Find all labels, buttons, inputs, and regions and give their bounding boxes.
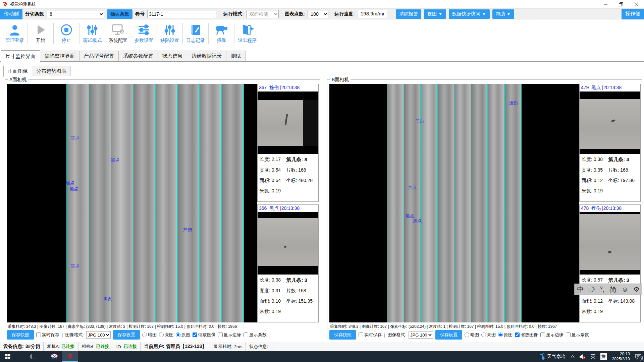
- defect-stat: 面积: 0.64: [260, 178, 286, 184]
- image-mode-radio-亮图[interactable]: 亮图: [159, 332, 173, 338]
- radio-input[interactable]: [465, 333, 469, 337]
- realtime-save-option[interactable]: 实时保存: [36, 332, 59, 338]
- checkbox-input[interactable]: [566, 333, 571, 337]
- ime-mode-indicator[interactable]: 拼: [598, 351, 609, 362]
- close-button[interactable]: [629, 0, 644, 8]
- defect-card[interactable]: 367 挫伤 |20:13:38长度: 2.17第几条: 8宽度: 0.54片数…: [257, 84, 319, 202]
- checkbox-input[interactable]: [540, 333, 545, 337]
- image-mode-radio-亮图[interactable]: 亮图: [481, 332, 496, 338]
- realtime-save-option[interactable]: 实时保存: [359, 332, 382, 338]
- restore-button[interactable]: [613, 0, 629, 8]
- toolbar-button-defect-sliders[interactable]: 缺陷设置: [157, 23, 182, 44]
- drive-side-button[interactable]: 传动侧: [0, 9, 22, 19]
- subtab-1[interactable]: 分布趋势图表: [32, 66, 71, 77]
- radio-input[interactable]: [176, 333, 180, 337]
- hidden-icons-chevron[interactable]: [568, 351, 577, 362]
- checkbox-input[interactable]: [244, 333, 248, 337]
- image-mode-radios: 暗图亮图原图: [142, 332, 190, 338]
- checkbox-input[interactable]: [218, 333, 223, 337]
- film-strip: [488, 84, 505, 322]
- data-quick-access-button[interactable]: 数据快捷访问 ▼: [449, 9, 490, 19]
- image-mode-radio-原图[interactable]: 原图: [176, 332, 190, 338]
- start-button[interactable]: [0, 351, 15, 362]
- display-option-缩放图像[interactable]: 缩放图像: [193, 332, 216, 338]
- subtab-0[interactable]: 正面图像: [3, 66, 32, 77]
- chart-points-select[interactable]: 100: [308, 10, 328, 18]
- notification-center-button[interactable]: 6: [633, 351, 644, 362]
- defect-card[interactable]: 366 黑点 |20:13:38长度: 0.38第几条: 3宽度: 0.31片数…: [257, 204, 319, 322]
- save-settings-button[interactable]: 保存设置: [113, 330, 140, 340]
- save-settings-button[interactable]: 保存设置: [435, 330, 462, 340]
- save-snapshot-button[interactable]: 保存快照: [329, 330, 356, 340]
- image-mode-radio-原图[interactable]: 原图: [498, 332, 513, 338]
- acquisition-stats-line: 采集耗时: 348.3 | 图像计数: 167 | 像素坐标: (333,713…: [8, 324, 237, 329]
- sub-tab-bar: 正面图像分布趋势图表: [0, 62, 644, 77]
- ime-chinese-mode[interactable]: 中: [577, 286, 584, 293]
- radio-input[interactable]: [142, 333, 147, 337]
- confirm-strips-button[interactable]: 确认条数: [107, 9, 132, 19]
- radio-input[interactable]: [159, 333, 164, 337]
- task-view-button[interactable]: [25, 351, 41, 362]
- tab-2[interactable]: 产品型号配置: [79, 51, 119, 61]
- radio-input[interactable]: [481, 333, 486, 337]
- toolbar-button-play[interactable]: 开始: [28, 23, 53, 44]
- display-option-显示条数[interactable]: 显示条数: [244, 332, 267, 338]
- tab-0[interactable]: 尺寸监控界面: [1, 50, 40, 62]
- save-snapshot-button[interactable]: 保存快照: [7, 330, 34, 340]
- ime-settings-gear-icon[interactable]: ⚙: [633, 286, 639, 293]
- toolbar-button-stop[interactable]: 停止: [54, 23, 79, 44]
- image-format-select[interactable]: JPG 100: [86, 331, 111, 339]
- defect-stat: 第几条: 8: [286, 157, 316, 163]
- volume-muted-icon[interactable]: [577, 351, 588, 362]
- clear-alarm-button[interactable]: 清除报警: [396, 9, 421, 19]
- panel-title: B面相机: [330, 77, 351, 83]
- operator-side-button[interactable]: 操作侧: [622, 9, 644, 19]
- snipping-tool-icon[interactable]: [47, 351, 62, 362]
- realtime-save-checkbox[interactable]: [359, 333, 363, 337]
- image-format-select[interactable]: JPG 100: [409, 331, 433, 339]
- clock-date: 2025/2/10: [612, 357, 630, 362]
- ime-fullwidth-moon-icon[interactable]: ☽: [589, 286, 595, 293]
- taskbar-clock[interactable]: 20:13 2025/2/10: [609, 351, 633, 362]
- image-mode-radio-暗图[interactable]: 暗图: [465, 332, 479, 338]
- defect-card[interactable]: 478 挫伤 |20:13:38长度: 0.57第几条: 3宽度: 0.21片数…: [579, 204, 641, 322]
- language-indicator[interactable]: 英: [588, 351, 598, 362]
- minimize-button[interactable]: [598, 0, 613, 8]
- camera-live-image[interactable]: 黑点黑点黑点黑点挫伤黑点黑点: [7, 84, 257, 322]
- display-option-显示条数[interactable]: 显示条数: [566, 332, 589, 338]
- display-option-显示边缘[interactable]: 显示边缘: [218, 332, 241, 338]
- image-mode-radio-暗图[interactable]: 暗图: [142, 332, 157, 338]
- help-menu-button[interactable]: 帮助 ▼: [492, 9, 515, 19]
- defect-stat: 第几条: 4: [608, 157, 638, 163]
- camera-live-image[interactable]: 挫伤黑点黑点黑点黑点: [329, 84, 579, 322]
- ime-emoji-icon[interactable]: ☺: [622, 286, 628, 293]
- checkbox-input[interactable]: [193, 333, 197, 337]
- run-mode-select[interactable]: 双面检测: [247, 10, 279, 18]
- toolbar-button-system-config[interactable]: 系统配置: [105, 23, 131, 44]
- strips-count-select[interactable]: 8: [47, 10, 104, 18]
- view-menu-button[interactable]: 视图 ▼: [424, 9, 446, 19]
- tab-6[interactable]: 测试: [226, 51, 246, 61]
- checkbox-input[interactable]: [515, 333, 520, 337]
- toolbar-button-user[interactable]: 管理登录: [2, 23, 28, 44]
- display-option-缩放图像[interactable]: 缩放图像: [515, 332, 538, 338]
- defect-stat: 第几条: 3: [608, 277, 638, 284]
- tab-5[interactable]: 边缘数据记录: [187, 51, 226, 61]
- tab-4[interactable]: 状态信息: [158, 51, 187, 61]
- weather-tray-item[interactable]: 天气寒冷: [538, 351, 568, 362]
- toolbar-button-camera[interactable]: 摄像: [209, 23, 234, 44]
- defect-card[interactable]: 479 黑点 |20:13:38长度: 0.38第几条: 4宽度: 0.35片数…: [579, 84, 641, 202]
- toolbar-button-exit[interactable]: 退出程序: [234, 23, 260, 44]
- ime-punctuation-icon[interactable]: °,: [600, 286, 605, 293]
- inspection-app-taskbar-icon[interactable]: [62, 351, 78, 362]
- display-option-显示边缘[interactable]: 显示边缘: [540, 332, 564, 338]
- radio-input[interactable]: [498, 333, 503, 337]
- ime-simplified-icon[interactable]: 简: [610, 286, 616, 293]
- roll-number-input[interactable]: [147, 10, 216, 18]
- toolbar-button-log-book[interactable]: 日志记录: [183, 23, 208, 44]
- realtime-save-checkbox[interactable]: [36, 333, 41, 337]
- tab-3[interactable]: 系统参数配置: [118, 51, 158, 61]
- toolbar-button-param-sliders[interactable]: 参数设置: [131, 23, 157, 44]
- tab-1[interactable]: 缺陷监控界面: [40, 51, 79, 61]
- toolbar-button-debug-sliders[interactable]: 调试模式: [79, 23, 105, 44]
